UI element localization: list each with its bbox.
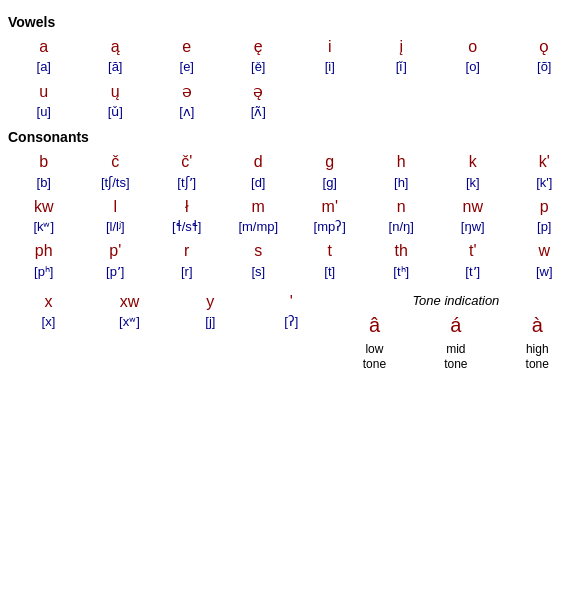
cons-l: l[l/lʲ] [80, 194, 152, 239]
consonants-section: Consonants b[b] č[tʃ/ts] č'[tʃʼ] d[d] g[… [8, 129, 580, 383]
tone-mid-label: mid tone [415, 340, 496, 375]
vowel-a-ogonek: ą[ă] [80, 34, 152, 79]
vowel-i: i[i] [294, 34, 366, 79]
cons-s: s[s] [223, 238, 295, 283]
vowel-schwa-ogonek: ə̨[ʌ̃] [223, 79, 295, 124]
cons-m-ejective: m'[mpʔ] [294, 194, 366, 239]
cons-th: th[tʰ] [366, 238, 438, 283]
cons-glottal: '[ʔ] [251, 289, 332, 383]
cons-p-ejective: p'[pʼ] [80, 238, 152, 283]
cons-kw: kw[kʷ] [8, 194, 80, 239]
tone-table: x[x] xw[xʷ] y[j] '[ʔ] Tone indication â … [8, 289, 580, 383]
tone-high: à [497, 310, 578, 340]
consonants-row-3: ph[pʰ] p'[pʼ] r[r] s[s] t[t] th[tʰ] t'[t… [8, 238, 580, 283]
tone-letters-row: â á à [334, 310, 578, 340]
vowel-i-ogonek: į[ǐ] [366, 34, 438, 79]
cons-b: b[b] [8, 149, 80, 194]
cons-y: y[j] [170, 289, 251, 383]
tone-low: â [334, 310, 415, 340]
consonants-title: Consonants [8, 129, 580, 145]
cons-t: t[t] [294, 238, 366, 283]
consonants-row-1: b[b] č[tʃ/ts] č'[tʃʼ] d[d] g[g] h[h] k[k… [8, 149, 580, 194]
cons-k-ejective: k'[k'] [509, 149, 581, 194]
vowel-a: a[a] [8, 34, 80, 79]
vowel-schwa: ə[ʌ] [151, 79, 223, 124]
vowel-e: e[e] [151, 34, 223, 79]
cons-d: d[d] [223, 149, 295, 194]
vowel-e-ogonek: ę[ě] [223, 34, 295, 79]
cons-barred-l: ł[ɬ/sɬ] [151, 194, 223, 239]
cons-t-ejective: t'[tʼ] [437, 238, 509, 283]
vowels-section: Vowels a[a] ą[ă] e[e] ę[ě] i[i] į[ǐ] o[o… [8, 14, 580, 123]
cons-ch: č[tʃ/ts] [80, 149, 152, 194]
cons-h: h[h] [366, 149, 438, 194]
cons-nw: nw[ŋw] [437, 194, 509, 239]
vowel-o-ogonek: ǫ[õ] [509, 34, 581, 79]
tone-letters-table: â á à low tone [334, 310, 578, 375]
cons-xw: xw[xʷ] [89, 289, 170, 383]
cons-m: m[m/mp] [223, 194, 295, 239]
vowels-title: Vowels [8, 14, 580, 30]
cons-ph: ph[pʰ] [8, 238, 80, 283]
cons-ch-ejective: č'[tʃʼ] [151, 149, 223, 194]
tone-indication-label: Tone indication [334, 293, 578, 308]
tone-high-label: high tone [497, 340, 578, 375]
vowels-table: a[a] ą[ă] e[e] ę[ě] i[i] į[ǐ] o[o] ǫ[õ] … [8, 34, 580, 123]
cons-x: x[x] [8, 289, 89, 383]
consonants-table: b[b] č[tʃ/ts] č'[tʃʼ] d[d] g[g] h[h] k[k… [8, 149, 580, 283]
tone-indication-block: Tone indication â á à [332, 289, 580, 383]
tone-labels-row: low tone mid tone high tone [334, 340, 578, 375]
vowels-row-1-letters: a[a] ą[ă] e[e] ę[ě] i[i] į[ǐ] o[o] ǫ[õ] [8, 34, 580, 79]
consonants-row-2: kw[kʷ] l[l/lʲ] ł[ɬ/sɬ] m[m/mp] m'[mpʔ] n… [8, 194, 580, 239]
cons-p: p[p] [509, 194, 581, 239]
vowel-u-ogonek: ų[ǔ] [80, 79, 152, 124]
cons-g: g[g] [294, 149, 366, 194]
tone-row: x[x] xw[xʷ] y[j] '[ʔ] Tone indication â … [8, 289, 580, 383]
vowel-o: o[o] [437, 34, 509, 79]
tone-mid: á [415, 310, 496, 340]
tone-low-label: low tone [334, 340, 415, 375]
cons-w: w[w] [509, 238, 581, 283]
vowels-row-2-letters: u[u] ų[ǔ] ə[ʌ] ə̨[ʌ̃] [8, 79, 580, 124]
cons-n: n[n/ŋ] [366, 194, 438, 239]
vowel-u: u[u] [8, 79, 80, 124]
cons-k: k[k] [437, 149, 509, 194]
cons-r: r[r] [151, 238, 223, 283]
